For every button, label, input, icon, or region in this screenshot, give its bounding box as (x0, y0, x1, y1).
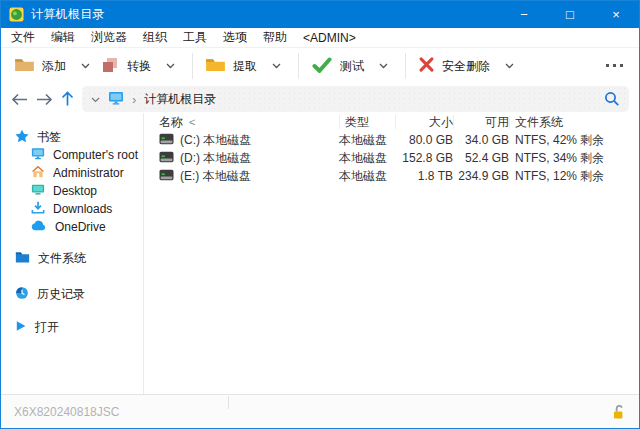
breadcrumb-separator: › (132, 93, 136, 106)
open-play-icon (15, 320, 27, 335)
app-icon (9, 7, 24, 22)
desktop-icon (31, 183, 45, 199)
title-bar: 计算机根目录 − □ × (1, 1, 639, 28)
sidebar: 书签 Computer's root Administrator Desktop (1, 113, 144, 394)
maximize-button[interactable]: □ (547, 1, 593, 28)
window-controls: − □ × (501, 1, 639, 28)
column-header-filesystem[interactable]: 文件系统 (509, 115, 639, 129)
sort-indicator: < (189, 116, 195, 128)
menu-file[interactable]: 文件 (3, 29, 43, 46)
convert-dropdown-chevron-icon[interactable] (166, 63, 175, 69)
menu-bar: 文件 编辑 浏览器 组织 工具 选项 帮助 <ADMIN> (1, 28, 639, 48)
add-button[interactable]: 添加 (11, 57, 69, 75)
sidebar-item-filesystem[interactable]: 文件系统 (1, 249, 143, 267)
convert-button[interactable]: 转换 (98, 57, 154, 76)
more-options-icon[interactable] (606, 64, 623, 67)
close-button[interactable]: × (593, 1, 639, 28)
add-dropdown-chevron-icon[interactable] (81, 63, 90, 69)
unlock-icon[interactable] (611, 404, 626, 420)
secure-delete-dropdown-chevron-icon[interactable] (505, 63, 514, 69)
column-header-free[interactable]: 可用 (453, 115, 509, 129)
menu-help[interactable]: 帮助 (255, 29, 295, 46)
column-header-size[interactable]: 大小 (395, 115, 453, 129)
test-check-icon (311, 57, 333, 76)
column-header-type[interactable]: 类型 (339, 115, 395, 129)
status-bar: X6X820240818JSC (1, 394, 639, 428)
toolbar-separator (298, 53, 299, 79)
menu-options[interactable]: 选项 (215, 29, 255, 46)
download-icon (31, 201, 45, 217)
test-dropdown-chevron-icon[interactable] (379, 63, 388, 69)
address-field[interactable]: › 计算机根目录 (82, 86, 629, 112)
toolbar: 添加 转换 提取 测试 (1, 48, 639, 84)
test-button[interactable]: 测试 (308, 57, 367, 76)
sidebar-item-history[interactable]: 历史记录 (1, 285, 143, 303)
delete-x-icon (418, 57, 435, 75)
app-window: 计算机根目录 − □ × 文件 编辑 浏览器 组织 工具 选项 帮助 <ADMI… (0, 0, 640, 429)
file-list-panel: 名称 < 类型 大小 可用 文件系统 (C:) 本地磁盘 本地磁盘 (145, 113, 639, 394)
column-header-name[interactable]: 名称 < (159, 115, 339, 129)
table-row-drive-d[interactable]: (D:) 本地磁盘 本地磁盘 152.8 GB 52.4 GB NTFS, 34… (159, 149, 639, 167)
menu-tools[interactable]: 工具 (175, 29, 215, 46)
sidebar-item-desktop[interactable]: Desktop (1, 182, 143, 200)
menu-browser[interactable]: 浏览器 (83, 29, 135, 46)
sidebar-item-onedrive[interactable]: OneDrive (1, 218, 143, 236)
status-text: X6X820240818JSC (14, 405, 119, 419)
computer-icon[interactable] (108, 91, 124, 108)
extract-folder-icon (205, 57, 226, 75)
menu-edit[interactable]: 编辑 (43, 29, 83, 46)
minimize-button[interactable]: − (501, 1, 547, 28)
convert-icon (101, 57, 120, 76)
extract-button[interactable]: 提取 (202, 57, 260, 75)
address-dropdown-chevron-icon[interactable] (91, 92, 100, 106)
star-icon (15, 129, 29, 146)
home-icon (31, 165, 45, 181)
history-clock-icon (15, 286, 29, 303)
forward-icon[interactable] (36, 93, 53, 106)
content-area: 书签 Computer's root Administrator Desktop (1, 113, 639, 394)
toolbar-separator (405, 53, 406, 79)
menu-organize[interactable]: 组织 (135, 29, 175, 46)
extract-dropdown-chevron-icon[interactable] (272, 63, 281, 69)
sidebar-item-computers-root[interactable]: Computer's root (1, 146, 143, 164)
table-row-drive-e[interactable]: (E:) 本地磁盘 本地磁盘 1.8 TB 234.9 GB NTFS, 12%… (159, 167, 639, 185)
cloud-icon (31, 220, 47, 234)
up-icon[interactable] (61, 91, 74, 107)
search-icon[interactable] (604, 91, 620, 107)
monitor-icon (31, 147, 45, 163)
window-title: 计算机根目录 (31, 6, 105, 23)
sidebar-item-open[interactable]: 打开 (1, 318, 143, 336)
drive-icon (159, 133, 174, 148)
back-icon[interactable] (11, 93, 28, 106)
sidebar-item-bookmarks[interactable]: 书签 (1, 128, 143, 146)
table-row-drive-c[interactable]: (C:) 本地磁盘 本地磁盘 80.0 GB 34.0 GB NTFS, 42%… (159, 131, 639, 149)
add-folder-icon (14, 57, 35, 75)
drive-icon (159, 169, 174, 184)
table-header-row: 名称 < 类型 大小 可用 文件系统 (159, 113, 639, 131)
drive-icon (159, 151, 174, 166)
sidebar-item-downloads[interactable]: Downloads (1, 200, 143, 218)
folder-icon (15, 251, 30, 266)
status-bar-divider (228, 396, 229, 409)
sidebar-item-administrator[interactable]: Administrator (1, 164, 143, 182)
menu-admin[interactable]: <ADMIN> (295, 31, 364, 45)
secure-delete-button[interactable]: 安全删除 (415, 57, 493, 75)
toolbar-separator (192, 53, 193, 79)
file-table: 名称 < 类型 大小 可用 文件系统 (C:) 本地磁盘 本地磁盘 (159, 113, 639, 185)
breadcrumb-path: 计算机根目录 (144, 91, 216, 108)
